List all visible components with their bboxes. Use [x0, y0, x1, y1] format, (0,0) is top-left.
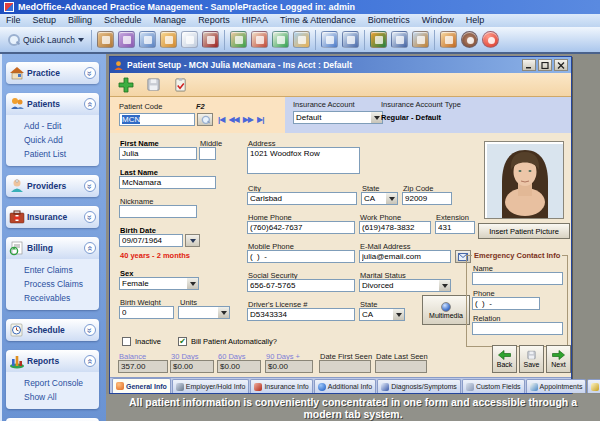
dl-state-select[interactable]: CA — [359, 308, 405, 321]
patient-records-icon[interactable] — [139, 31, 156, 48]
first-record-button[interactable]: |◀ — [218, 115, 224, 124]
patient-code-input[interactable]: MCN — [119, 113, 195, 126]
sidebar-item-show-all[interactable]: Show All — [6, 390, 99, 404]
menu-reports[interactable]: Reports — [192, 14, 236, 27]
provider-info-icon[interactable] — [160, 31, 177, 48]
sidebar-header-patients[interactable]: Patients « — [6, 93, 99, 115]
calendar-icon[interactable] — [342, 31, 359, 48]
chevron-down-icon[interactable] — [78, 38, 84, 42]
back-button[interactable]: Back — [492, 345, 517, 373]
help-icon[interactable] — [482, 31, 499, 48]
city-input[interactable] — [247, 192, 357, 205]
save-patient-button[interactable] — [141, 75, 165, 95]
marital-status-select[interactable]: Divorced — [359, 279, 451, 292]
next-button[interactable]: Next — [546, 345, 571, 373]
chevron-down-icon[interactable] — [439, 280, 450, 291]
tab-appointments[interactable]: Appointments — [526, 379, 587, 393]
progress-notes-icon[interactable] — [181, 31, 198, 48]
appointment-entry-icon[interactable] — [251, 31, 268, 48]
cpt-codes-icon[interactable] — [97, 31, 114, 48]
first-name-input[interactable] — [119, 147, 197, 160]
expand-chevron-icon[interactable]: « — [84, 180, 96, 192]
state-select[interactable]: CA — [361, 192, 398, 205]
verify-patient-button[interactable] — [168, 75, 192, 95]
expand-chevron-icon[interactable]: « — [84, 324, 96, 336]
menu-biometrics[interactable]: Biometrics — [362, 14, 416, 27]
menu-time-attendance[interactable]: Time & Attendance — [274, 14, 362, 27]
menu-billing[interactable]: Billing — [62, 14, 98, 27]
menu-setup[interactable]: Setup — [27, 14, 63, 27]
units-select[interactable] — [178, 306, 230, 319]
sidebar-item-report-console[interactable]: Report Console — [6, 376, 99, 390]
minimize-button[interactable] — [522, 59, 536, 71]
chevron-down-icon[interactable] — [187, 278, 198, 289]
tab-general-info[interactable]: General Info — [112, 378, 171, 393]
sidebar-item-enter-claims[interactable]: Enter Claims — [6, 263, 99, 277]
expand-chevron-icon[interactable]: « — [84, 67, 96, 79]
emergency-name-input[interactable] — [472, 272, 563, 285]
insert-patient-picture-button[interactable]: Insert Patient Picture — [478, 223, 570, 239]
emergency-relation-input[interactable] — [472, 322, 563, 335]
menu-manage[interactable]: Manage — [148, 14, 193, 27]
birth-date-input[interactable] — [119, 234, 183, 247]
sidebar-item-receivables[interactable]: Receivables — [6, 291, 99, 305]
sidebar-header-reports[interactable]: Reports « — [6, 350, 99, 372]
save-button[interactable]: Save — [519, 345, 544, 373]
drivers-license-input[interactable] — [247, 308, 355, 321]
billing-icon[interactable] — [272, 31, 289, 48]
close-button[interactable] — [554, 59, 568, 71]
chevron-down-icon[interactable] — [218, 307, 229, 318]
tab-additional-info[interactable]: Additional Info — [314, 379, 376, 393]
home-phone-input[interactable] — [247, 221, 355, 234]
case-manager-icon[interactable] — [202, 31, 219, 48]
patient-search-button[interactable] — [197, 113, 213, 126]
bill-automatically-checkbox[interactable]: ✔ Bill Patient Automatically? — [178, 337, 277, 346]
ssn-input[interactable] — [247, 279, 355, 292]
checkbox-checked-icon[interactable]: ✔ — [178, 337, 187, 346]
menu-help[interactable]: Help — [460, 14, 491, 27]
tab-patient-notes[interactable]: Patient Notes — [587, 379, 600, 393]
workstation-icon[interactable] — [391, 31, 408, 48]
menu-hipaa[interactable]: HIPAA — [236, 14, 274, 27]
chevron-down-icon[interactable] — [393, 309, 404, 320]
tab-employer-hold-info[interactable]: Employer/Hold Info — [172, 379, 250, 393]
patient-referral-icon[interactable] — [230, 31, 247, 48]
add-patient-button[interactable] — [114, 75, 138, 95]
sidebar-item-process-claims[interactable]: Process Claims — [6, 277, 99, 291]
previous-record-button[interactable]: ◀◀ — [228, 115, 238, 124]
icd-codes-icon[interactable] — [118, 31, 135, 48]
menu-schedule[interactable]: Schedule — [98, 14, 148, 27]
sex-select[interactable]: Female — [119, 277, 199, 290]
tab-diagnosis-symptoms[interactable]: Diagnosis/Symptoms — [377, 379, 461, 393]
birth-weight-input[interactable] — [119, 306, 174, 319]
email-input[interactable] — [359, 250, 451, 263]
next-record-button[interactable]: ▶▶ — [243, 115, 253, 124]
chevron-down-icon[interactable] — [386, 193, 397, 204]
sidebar-item-patient-list[interactable]: Patient List — [6, 147, 99, 161]
mobile-phone-input[interactable] — [247, 250, 355, 263]
tab-custom-fields[interactable]: Custom Fields — [462, 379, 525, 393]
imaging-icon[interactable] — [293, 31, 310, 48]
last-record-button[interactable]: ▶| — [257, 115, 263, 124]
sidebar-item-quick-add[interactable]: Quick Add — [6, 133, 99, 147]
maximize-button[interactable] — [538, 59, 552, 71]
network-users-icon[interactable] — [412, 31, 429, 48]
tab-insurance-info[interactable]: Insurance Info — [250, 379, 312, 393]
biometrics-icon[interactable] — [440, 31, 457, 48]
nickname-input[interactable] — [119, 205, 197, 218]
charts-icon[interactable] — [370, 31, 387, 48]
collapse-chevron-icon[interactable]: « — [84, 98, 96, 110]
insurance-account-select[interactable]: Default — [293, 111, 383, 124]
collapse-chevron-icon[interactable]: « — [84, 355, 96, 367]
menu-file[interactable]: File — [0, 14, 27, 27]
sidebar-header-schedule[interactable]: Schedule « — [6, 319, 99, 341]
quick-launch-button[interactable]: Quick Launch — [3, 33, 88, 46]
checkbox-icon[interactable] — [122, 337, 131, 346]
emergency-phone-input[interactable] — [472, 297, 540, 310]
sidebar-header-insurance[interactable]: Insurance « — [6, 206, 99, 228]
address-input[interactable]: 1021 Woodfox Row — [247, 147, 360, 174]
sidebar-header-practice[interactable]: Practice « — [6, 62, 99, 84]
zip-input[interactable] — [402, 192, 452, 205]
recent-reports-icon[interactable] — [321, 31, 338, 48]
sidebar-item-add-edit[interactable]: Add - Edit — [6, 119, 99, 133]
